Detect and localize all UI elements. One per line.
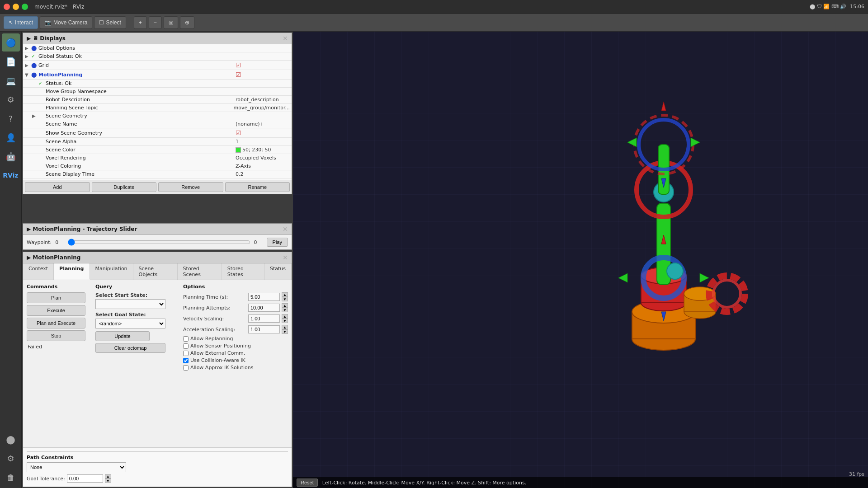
tree-item-motionplanning[interactable]: ▼ ⬤ MotionPlanning ☑ <box>23 70 292 80</box>
3d-viewport[interactable]: Reset Left-Click: Rotate. Middle-Click: … <box>293 32 868 488</box>
tree-item-global-options[interactable]: ▶ ⬤ Global Options <box>23 44 292 52</box>
trajectory-close-button[interactable]: ✕ <box>283 225 288 233</box>
accel-scaling-down[interactable]: ▼ <box>282 329 288 334</box>
interact-button[interactable]: ↖ Interact <box>4 16 38 29</box>
tree-item-show-scene[interactable]: Show Scene Geometry ☑ <box>23 128 292 138</box>
allow-sensor-checkbox[interactable] <box>183 343 189 349</box>
planning-attempts-down[interactable]: ▼ <box>282 308 288 312</box>
velocity-scaling-up[interactable]: ▲ <box>282 314 288 319</box>
tree-item-status-ok[interactable]: ✓ Status: Ok <box>23 80 292 88</box>
tree-item-scene-color[interactable]: Scene Color 50; 230; 50 <box>23 146 292 154</box>
close-button[interactable] <box>4 4 10 10</box>
allow-replanning-checkbox[interactable] <box>183 336 189 342</box>
sidebar-icon-rviz[interactable]: 🔵 <box>2 33 20 52</box>
tree-item-robot-desc[interactable]: Robot Description robot_description <box>23 96 292 104</box>
add-toolbar-button[interactable]: + <box>134 16 147 29</box>
sidebar-icon-trash[interactable]: 🗑 <box>2 468 20 486</box>
play-button[interactable]: Play <box>267 238 288 247</box>
tree-item-voxel-coloring[interactable]: Voxel Coloring Z-Axis <box>23 162 292 170</box>
select-button[interactable]: ☐ Select <box>94 16 126 29</box>
panel-spacer <box>22 195 293 222</box>
planning-time-down[interactable]: ▼ <box>282 297 288 301</box>
tab-manipulation[interactable]: Manipulation <box>90 263 133 280</box>
displays-close-button[interactable]: ✕ <box>283 35 288 42</box>
tree-item-planning-scene[interactable]: Planning Scene Topic move_group/monitor.… <box>23 104 292 112</box>
accel-scaling-input[interactable] <box>248 325 280 333</box>
goal-tolerance-input[interactable] <box>67 474 103 483</box>
allow-external-label: Allow External Comm. <box>190 350 245 356</box>
sidebar-icon-rvizlogo[interactable]: RViz <box>2 166 20 184</box>
tab-context[interactable]: Context <box>23 263 54 280</box>
sidebar-icon-robot[interactable]: 🤖 <box>2 147 20 165</box>
tree-item-scene-display-time[interactable]: Scene Display Time 0.2 <box>23 170 292 178</box>
tab-scene-objects[interactable]: Scene Objects <box>133 263 178 280</box>
move-camera-button[interactable]: 📷 Move Camera <box>40 16 92 29</box>
update-button[interactable]: Update <box>95 331 150 341</box>
displays-panel-header[interactable]: ▶ 🖥 Displays ✕ <box>23 33 292 44</box>
allow-external-checkbox[interactable] <box>183 351 189 356</box>
tree-item-scene-name[interactable]: Scene Name (noname)+ <box>23 120 292 128</box>
plan-execute-button[interactable]: Plan and Execute <box>27 318 85 328</box>
planning-time-input[interactable] <box>248 293 280 301</box>
trajectory-panel-header[interactable]: ▶ MotionPlanning - Trajectory Slider ✕ <box>23 224 292 235</box>
sidebar-icon-settings[interactable]: ⚙ <box>2 90 20 108</box>
remove-button[interactable]: Remove <box>158 182 223 192</box>
settings-toolbar-button[interactable]: ⊕ <box>180 16 194 29</box>
goal-tol-down[interactable]: ▼ <box>105 479 111 483</box>
left-icon-sidebar: 🔵 📄 💻 ⚙ ? 👤 🤖 RViz ⬤ ⚙ 🗑 <box>0 32 22 488</box>
maximize-button[interactable] <box>22 4 28 10</box>
sidebar-icon-person[interactable]: 👤 <box>2 128 20 146</box>
motion-panel-header[interactable]: ▶ MotionPlanning ✕ <box>23 252 292 263</box>
minimize-button[interactable] <box>13 4 19 10</box>
sidebar-icon-files[interactable]: 📄 <box>2 52 20 70</box>
tree-item-voxel-rendering[interactable]: Voxel Rendering Occupied Voxels <box>23 154 292 162</box>
velocity-scaling-input[interactable] <box>248 314 280 323</box>
planning-attempts-input[interactable] <box>248 304 280 312</box>
tree-item-grid[interactable]: ▶ ⬤ Grid ☑ <box>23 61 292 70</box>
accel-scaling-row: Acceleration Scaling: ▲ ▼ <box>183 325 288 334</box>
plan-button[interactable]: Plan <box>27 292 85 303</box>
execute-button[interactable]: Execute <box>27 305 85 316</box>
tab-stored-states[interactable]: Stored States <box>222 263 264 280</box>
trajectory-content: Waypoint: 0 0 Play <box>23 235 292 249</box>
panel-icon: 🖥 <box>33 35 38 42</box>
sidebar-icon-help[interactable]: ? <box>2 109 20 127</box>
reset-button[interactable]: Reset <box>297 479 318 487</box>
start-state-select[interactable] <box>95 299 165 309</box>
clear-octomap-button[interactable]: Clear octomap <box>95 343 165 353</box>
sidebar-icon-terminal[interactable]: 💻 <box>2 71 20 89</box>
planning-attempts-up[interactable]: ▲ <box>282 303 288 308</box>
tree-item-scene-alpha[interactable]: Scene Alpha 1 <box>23 138 292 146</box>
add-display-button[interactable]: Add <box>25 182 90 192</box>
focus-toolbar-button[interactable]: ◎ <box>164 16 178 29</box>
tree-item-move-group[interactable]: Move Group Namespace <box>23 88 292 96</box>
use-collision-checkbox[interactable] <box>183 358 189 363</box>
velocity-scaling-down[interactable]: ▼ <box>282 319 288 323</box>
tab-stored-scenes[interactable]: Stored Scenes <box>178 263 222 280</box>
tree-item-scene-robot[interactable]: ▶ Scene Robot <box>23 178 292 180</box>
planning-time-up[interactable]: ▲ <box>282 292 288 297</box>
motion-close-button[interactable]: ✕ <box>283 254 288 261</box>
duplicate-button[interactable]: Duplicate <box>92 182 157 192</box>
displays-panel: ▶ 🖥 Displays ✕ ▶ ⬤ Global Options ▶ ✓ Gl… <box>23 33 292 194</box>
constraints-select[interactable]: None <box>27 462 126 472</box>
motion-tabs-bar: Context Planning Manipulation Scene Obje… <box>23 263 292 280</box>
tab-planning[interactable]: Planning <box>54 263 90 280</box>
stop-button[interactable]: Stop <box>27 330 85 341</box>
goal-tol-up[interactable]: ▲ <box>105 474 111 479</box>
accel-scaling-up[interactable]: ▲ <box>282 325 288 329</box>
tree-item-global-status[interactable]: ▶ ✓ Global Status: Ok <box>23 52 292 61</box>
sidebar-icon-bottom-1[interactable]: ⬤ <box>2 430 20 448</box>
rename-button[interactable]: Rename <box>225 182 290 192</box>
tab-status[interactable]: Status <box>264 263 292 280</box>
remove-toolbar-button[interactable]: − <box>149 16 162 29</box>
allow-approx-checkbox[interactable] <box>183 365 189 371</box>
goal-state-select[interactable]: <random> <box>95 319 165 328</box>
select-icon: ☐ <box>99 19 104 26</box>
tree-item-scene-geometry[interactable]: ▶ Scene Geometry <box>23 112 292 120</box>
toolbar: ↖ Interact 📷 Move Camera ☐ Select + − ◎ … <box>0 14 868 32</box>
cursor-icon: ↖ <box>9 19 13 26</box>
sidebar-icon-bottom-2[interactable]: ⚙ <box>2 449 20 467</box>
waypoint-slider[interactable] <box>68 239 250 246</box>
svg-rect-1 <box>293 32 868 488</box>
